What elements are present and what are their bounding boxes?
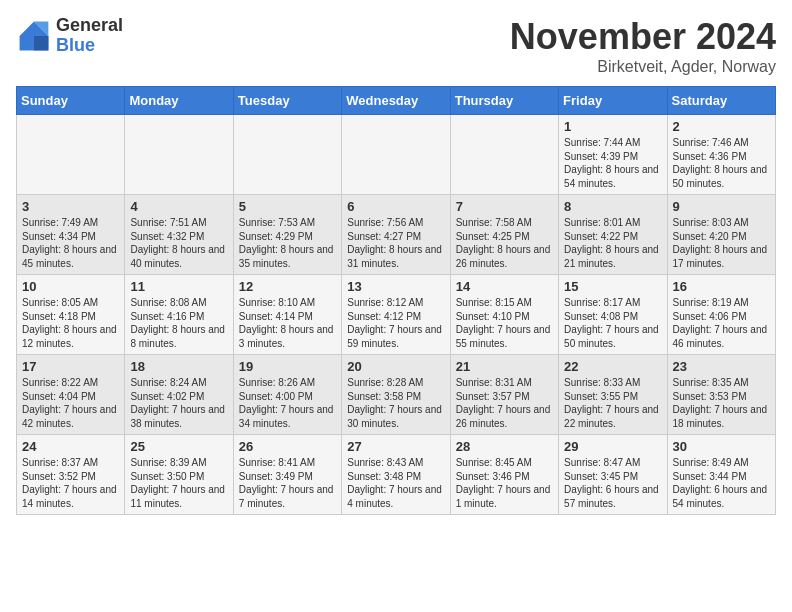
day-info: Sunrise: 8:28 AM Sunset: 3:58 PM Dayligh… — [347, 376, 444, 430]
logo-blue: Blue — [56, 36, 123, 56]
calendar-cell: 8Sunrise: 8:01 AM Sunset: 4:22 PM Daylig… — [559, 195, 667, 275]
calendar-cell: 21Sunrise: 8:31 AM Sunset: 3:57 PM Dayli… — [450, 355, 558, 435]
svg-marker-2 — [34, 36, 48, 50]
day-info: Sunrise: 8:33 AM Sunset: 3:55 PM Dayligh… — [564, 376, 661, 430]
calendar-cell: 30Sunrise: 8:49 AM Sunset: 3:44 PM Dayli… — [667, 435, 775, 515]
day-info: Sunrise: 8:24 AM Sunset: 4:02 PM Dayligh… — [130, 376, 227, 430]
calendar-cell: 10Sunrise: 8:05 AM Sunset: 4:18 PM Dayli… — [17, 275, 125, 355]
header-wednesday: Wednesday — [342, 87, 450, 115]
header-thursday: Thursday — [450, 87, 558, 115]
day-number: 22 — [564, 359, 661, 374]
calendar-cell — [233, 115, 341, 195]
day-number: 7 — [456, 199, 553, 214]
calendar-cell: 29Sunrise: 8:47 AM Sunset: 3:45 PM Dayli… — [559, 435, 667, 515]
logo-text: General Blue — [56, 16, 123, 56]
header-sunday: Sunday — [17, 87, 125, 115]
calendar-week-3: 10Sunrise: 8:05 AM Sunset: 4:18 PM Dayli… — [17, 275, 776, 355]
day-info: Sunrise: 8:47 AM Sunset: 3:45 PM Dayligh… — [564, 456, 661, 510]
day-info: Sunrise: 8:01 AM Sunset: 4:22 PM Dayligh… — [564, 216, 661, 270]
calendar-week-4: 17Sunrise: 8:22 AM Sunset: 4:04 PM Dayli… — [17, 355, 776, 435]
calendar-body: 1Sunrise: 7:44 AM Sunset: 4:39 PM Daylig… — [17, 115, 776, 515]
calendar-week-1: 1Sunrise: 7:44 AM Sunset: 4:39 PM Daylig… — [17, 115, 776, 195]
day-info: Sunrise: 8:10 AM Sunset: 4:14 PM Dayligh… — [239, 296, 336, 350]
calendar-table: Sunday Monday Tuesday Wednesday Thursday… — [16, 86, 776, 515]
day-info: Sunrise: 7:44 AM Sunset: 4:39 PM Dayligh… — [564, 136, 661, 190]
day-number: 16 — [673, 279, 770, 294]
header-row: Sunday Monday Tuesday Wednesday Thursday… — [17, 87, 776, 115]
calendar-cell: 17Sunrise: 8:22 AM Sunset: 4:04 PM Dayli… — [17, 355, 125, 435]
day-number: 1 — [564, 119, 661, 134]
day-number: 17 — [22, 359, 119, 374]
calendar-header: Sunday Monday Tuesday Wednesday Thursday… — [17, 87, 776, 115]
day-number: 13 — [347, 279, 444, 294]
day-number: 4 — [130, 199, 227, 214]
calendar-cell: 25Sunrise: 8:39 AM Sunset: 3:50 PM Dayli… — [125, 435, 233, 515]
logo-general: General — [56, 16, 123, 36]
calendar-cell: 27Sunrise: 8:43 AM Sunset: 3:48 PM Dayli… — [342, 435, 450, 515]
calendar-cell: 23Sunrise: 8:35 AM Sunset: 3:53 PM Dayli… — [667, 355, 775, 435]
calendar-cell — [450, 115, 558, 195]
calendar-cell — [342, 115, 450, 195]
day-number: 27 — [347, 439, 444, 454]
day-number: 29 — [564, 439, 661, 454]
page-header: General Blue November 2024 Birketveit, A… — [16, 16, 776, 76]
calendar-cell: 16Sunrise: 8:19 AM Sunset: 4:06 PM Dayli… — [667, 275, 775, 355]
day-number: 25 — [130, 439, 227, 454]
calendar-cell: 12Sunrise: 8:10 AM Sunset: 4:14 PM Dayli… — [233, 275, 341, 355]
calendar-cell: 22Sunrise: 8:33 AM Sunset: 3:55 PM Dayli… — [559, 355, 667, 435]
day-number: 10 — [22, 279, 119, 294]
logo-icon — [16, 18, 52, 54]
day-number: 28 — [456, 439, 553, 454]
logo: General Blue — [16, 16, 123, 56]
day-info: Sunrise: 8:45 AM Sunset: 3:46 PM Dayligh… — [456, 456, 553, 510]
calendar-cell: 18Sunrise: 8:24 AM Sunset: 4:02 PM Dayli… — [125, 355, 233, 435]
calendar-cell: 7Sunrise: 7:58 AM Sunset: 4:25 PM Daylig… — [450, 195, 558, 275]
day-info: Sunrise: 8:35 AM Sunset: 3:53 PM Dayligh… — [673, 376, 770, 430]
day-number: 15 — [564, 279, 661, 294]
calendar-cell: 19Sunrise: 8:26 AM Sunset: 4:00 PM Dayli… — [233, 355, 341, 435]
day-info: Sunrise: 8:05 AM Sunset: 4:18 PM Dayligh… — [22, 296, 119, 350]
day-info: Sunrise: 8:12 AM Sunset: 4:12 PM Dayligh… — [347, 296, 444, 350]
location: Birketveit, Agder, Norway — [510, 58, 776, 76]
calendar-cell: 1Sunrise: 7:44 AM Sunset: 4:39 PM Daylig… — [559, 115, 667, 195]
day-info: Sunrise: 7:58 AM Sunset: 4:25 PM Dayligh… — [456, 216, 553, 270]
calendar-cell: 15Sunrise: 8:17 AM Sunset: 4:08 PM Dayli… — [559, 275, 667, 355]
header-friday: Friday — [559, 87, 667, 115]
calendar-cell: 20Sunrise: 8:28 AM Sunset: 3:58 PM Dayli… — [342, 355, 450, 435]
day-info: Sunrise: 7:53 AM Sunset: 4:29 PM Dayligh… — [239, 216, 336, 270]
day-info: Sunrise: 8:41 AM Sunset: 3:49 PM Dayligh… — [239, 456, 336, 510]
header-monday: Monday — [125, 87, 233, 115]
day-info: Sunrise: 8:15 AM Sunset: 4:10 PM Dayligh… — [456, 296, 553, 350]
calendar-cell: 9Sunrise: 8:03 AM Sunset: 4:20 PM Daylig… — [667, 195, 775, 275]
day-info: Sunrise: 8:08 AM Sunset: 4:16 PM Dayligh… — [130, 296, 227, 350]
day-number: 21 — [456, 359, 553, 374]
day-info: Sunrise: 8:39 AM Sunset: 3:50 PM Dayligh… — [130, 456, 227, 510]
day-info: Sunrise: 8:43 AM Sunset: 3:48 PM Dayligh… — [347, 456, 444, 510]
day-number: 19 — [239, 359, 336, 374]
calendar-cell: 28Sunrise: 8:45 AM Sunset: 3:46 PM Dayli… — [450, 435, 558, 515]
day-number: 18 — [130, 359, 227, 374]
calendar-cell: 2Sunrise: 7:46 AM Sunset: 4:36 PM Daylig… — [667, 115, 775, 195]
calendar-cell — [125, 115, 233, 195]
day-number: 23 — [673, 359, 770, 374]
day-number: 11 — [130, 279, 227, 294]
month-title: November 2024 — [510, 16, 776, 58]
day-number: 26 — [239, 439, 336, 454]
calendar-cell: 24Sunrise: 8:37 AM Sunset: 3:52 PM Dayli… — [17, 435, 125, 515]
day-info: Sunrise: 8:37 AM Sunset: 3:52 PM Dayligh… — [22, 456, 119, 510]
day-info: Sunrise: 7:51 AM Sunset: 4:32 PM Dayligh… — [130, 216, 227, 270]
calendar-week-2: 3Sunrise: 7:49 AM Sunset: 4:34 PM Daylig… — [17, 195, 776, 275]
day-number: 30 — [673, 439, 770, 454]
day-number: 5 — [239, 199, 336, 214]
calendar-cell — [17, 115, 125, 195]
day-number: 3 — [22, 199, 119, 214]
day-number: 2 — [673, 119, 770, 134]
calendar-cell: 11Sunrise: 8:08 AM Sunset: 4:16 PM Dayli… — [125, 275, 233, 355]
calendar-cell: 13Sunrise: 8:12 AM Sunset: 4:12 PM Dayli… — [342, 275, 450, 355]
calendar-cell: 6Sunrise: 7:56 AM Sunset: 4:27 PM Daylig… — [342, 195, 450, 275]
calendar-cell: 3Sunrise: 7:49 AM Sunset: 4:34 PM Daylig… — [17, 195, 125, 275]
header-tuesday: Tuesday — [233, 87, 341, 115]
day-number: 12 — [239, 279, 336, 294]
day-info: Sunrise: 8:17 AM Sunset: 4:08 PM Dayligh… — [564, 296, 661, 350]
day-info: Sunrise: 7:56 AM Sunset: 4:27 PM Dayligh… — [347, 216, 444, 270]
